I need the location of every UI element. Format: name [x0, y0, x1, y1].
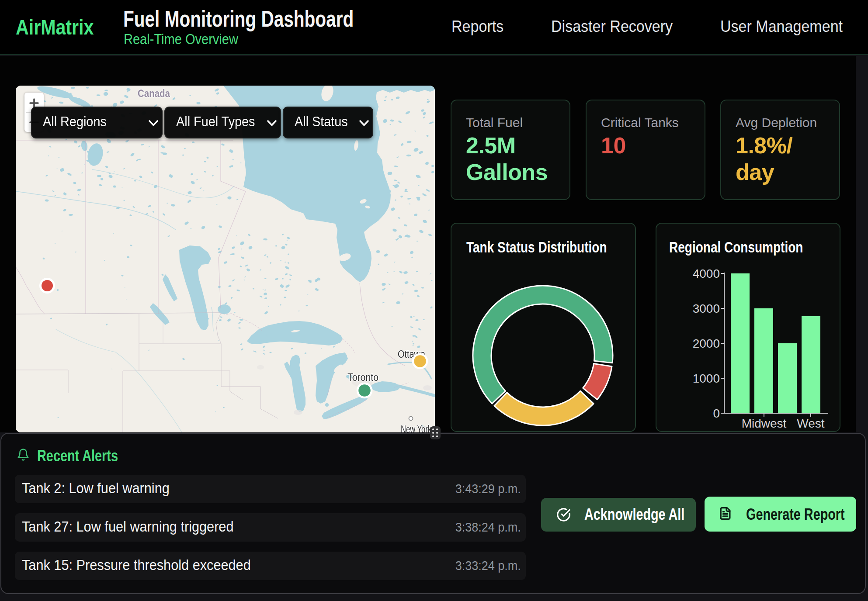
svg-text:0: 0 — [713, 407, 720, 420]
svg-text:3000: 3000 — [693, 302, 720, 315]
svg-text:New York: New York — [401, 424, 431, 432]
svg-text:4000: 4000 — [693, 267, 720, 280]
svg-text:West: West — [797, 417, 824, 430]
svg-text:Canada: Canada — [138, 88, 170, 99]
svg-text:2000: 2000 — [693, 337, 720, 350]
svg-text:Toronto: Toronto — [347, 372, 378, 383]
svg-text:Midwest: Midwest — [742, 417, 787, 430]
svg-text:1000: 1000 — [693, 372, 720, 385]
